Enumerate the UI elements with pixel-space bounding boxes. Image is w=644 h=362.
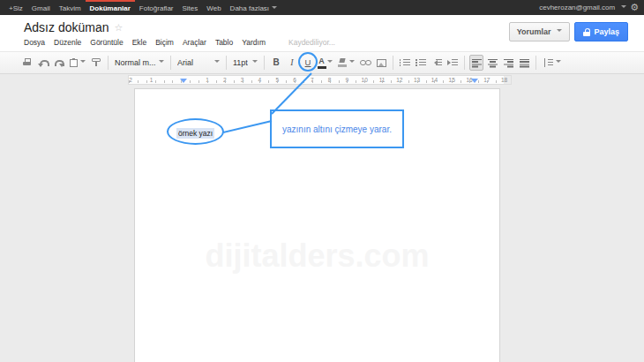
ruler[interactable]: 21123456789101112131415161718 [0, 74, 644, 86]
align-center-icon [488, 59, 498, 67]
ruler-number: 17 [483, 77, 490, 83]
star-icon[interactable]: ☆ [115, 22, 124, 34]
menu-ekle[interactable]: Ekle [132, 38, 147, 47]
topbar-item-sites[interactable]: Sites [178, 0, 203, 15]
topbar: +SizGmailTakvimDokümanlarFotoğraflarSite… [0, 0, 644, 15]
align-left-icon [472, 59, 482, 67]
menu-bar: DosyaDüzenleGörüntüleEkleBiçimAraçlarTab… [24, 38, 266, 47]
bold-icon: B [273, 58, 279, 67]
redo-icon [54, 58, 64, 67]
app-header: Adsız doküman ☆ DosyaDüzenleGörüntüleEkl… [0, 15, 644, 51]
gear-icon[interactable]: ⚙ [630, 3, 639, 12]
paint-format-icon [92, 58, 101, 67]
chevron-down-icon [556, 60, 561, 65]
watermark: dijitalders.com [135, 238, 499, 275]
topbar-nav: +SizGmailTakvimDokümanlarFotoğraflarSite… [0, 0, 281, 15]
chevron-down-icon [621, 5, 626, 11]
topbar-item-web[interactable]: Web [202, 0, 225, 15]
menu-ara-lar[interactable]: Araçlar [183, 38, 206, 47]
topbar-item-takvim[interactable]: Takvim [55, 0, 86, 15]
menu-tablo[interactable]: Tablo [215, 38, 233, 47]
share-button-label: Paylaş [594, 27, 619, 36]
ruler-number: 14 [431, 77, 438, 83]
ruler-number: 2 [129, 77, 132, 83]
decrease-indent-button[interactable] [430, 55, 444, 71]
ruler-number: 12 [396, 77, 402, 83]
text-color-button[interactable]: A [317, 55, 334, 71]
chevron-down-icon [214, 60, 220, 65]
indent-icon [447, 59, 458, 67]
account-email[interactable]: cevherozan@gmail.com [539, 4, 615, 11]
toolbar: Normal m...Arial11ptBIUA [0, 51, 644, 74]
bold-button[interactable]: B [269, 55, 283, 71]
ruler-number: 4 [258, 77, 262, 83]
numbered-list-icon [400, 59, 410, 67]
font-dropdown[interactable]: Arial [175, 55, 222, 71]
ruler-number: 1 [150, 77, 154, 83]
text-color-icon: A [318, 57, 325, 68]
web-clipboard-button[interactable] [68, 55, 87, 71]
menu-yard-m[interactable]: Yardım [242, 38, 266, 47]
align-left-button[interactable] [469, 55, 483, 71]
topbar-item-foto-raflar[interactable]: Fotoğraflar [135, 0, 178, 15]
highlight-color-button[interactable] [336, 55, 356, 71]
share-button[interactable]: Paylaş [574, 22, 628, 41]
insert-link-button[interactable] [358, 55, 372, 71]
paint-format-button[interactable] [89, 55, 103, 71]
document-page[interactable]: dijitalders.com örnek yazı yazının altın… [134, 88, 500, 362]
italic-button[interactable]: I [285, 55, 299, 71]
align-center-button[interactable] [485, 55, 499, 71]
bullet-list-icon [416, 59, 426, 67]
menu-g-r-nt-le[interactable]: Görüntüle [90, 38, 123, 47]
topbar-item--siz[interactable]: +Siz [4, 0, 27, 15]
italic-icon: I [290, 58, 293, 67]
numbered-list-button[interactable] [398, 55, 412, 71]
chevron-down-icon [349, 60, 355, 65]
ruler-number: 1 [206, 77, 209, 83]
justify-button[interactable] [517, 55, 531, 71]
align-right-button[interactable] [501, 55, 515, 71]
menu-dosya[interactable]: Dosya [24, 38, 45, 47]
increase-indent-button[interactable] [446, 55, 460, 71]
document-title[interactable]: Adsız doküman [24, 20, 109, 34]
callout-text: yazının altını çizmeye yarar. [282, 124, 392, 134]
insert-image-button[interactable] [374, 55, 388, 71]
ruler-number: 11 [379, 77, 386, 83]
ruler-number: 15 [449, 77, 455, 83]
font-dropdown-value: Arial [177, 58, 193, 67]
comments-button-label: Yorumlar [517, 27, 551, 36]
menu-bi-im[interactable]: Biçim [155, 38, 174, 47]
lock-icon [583, 28, 590, 36]
toolbar-separator [170, 56, 171, 70]
ruler-number: 18 [501, 77, 507, 83]
underline-button[interactable]: U [301, 55, 315, 71]
ruler-number: 3 [241, 77, 244, 83]
sample-text[interactable]: örnek yazı [176, 128, 214, 139]
print-button[interactable] [20, 55, 34, 71]
topbar-item-gmail[interactable]: Gmail [27, 0, 55, 15]
ruler-number: 13 [414, 77, 420, 83]
font-size-dropdown[interactable]: 11pt [230, 55, 260, 71]
ruler-number: 2 [223, 77, 227, 83]
align-right-icon [504, 59, 513, 67]
undo-icon [38, 58, 49, 67]
undo-button[interactable] [36, 55, 50, 71]
toolbar-separator [393, 56, 393, 70]
toolbar-separator [108, 56, 109, 70]
toolbar-separator [535, 56, 536, 70]
styles-dropdown-value: Normal m... [115, 58, 156, 67]
topbar-account-area: cevherozan@gmail.com ⚙ [539, 0, 644, 15]
comments-button[interactable]: Yorumlar [509, 22, 571, 41]
menu-d-zenle[interactable]: Düzenle [54, 38, 81, 47]
image-icon [377, 59, 386, 67]
highlight-icon [338, 58, 347, 67]
document-area: dijitalders.com örnek yazı yazının altın… [0, 86, 644, 362]
outdent-icon [431, 59, 442, 67]
styles-dropdown[interactable]: Normal m... [112, 55, 167, 71]
font-size-dropdown-value: 11pt [233, 58, 248, 67]
topbar-item-daha-fazlas-[interactable]: Daha fazlası [226, 0, 281, 15]
bullet-list-button[interactable] [414, 55, 428, 71]
line-spacing-button[interactable] [541, 55, 563, 71]
topbar-item-dok-manlar[interactable]: Dokümanlar [86, 0, 135, 15]
redo-button[interactable] [52, 55, 66, 71]
